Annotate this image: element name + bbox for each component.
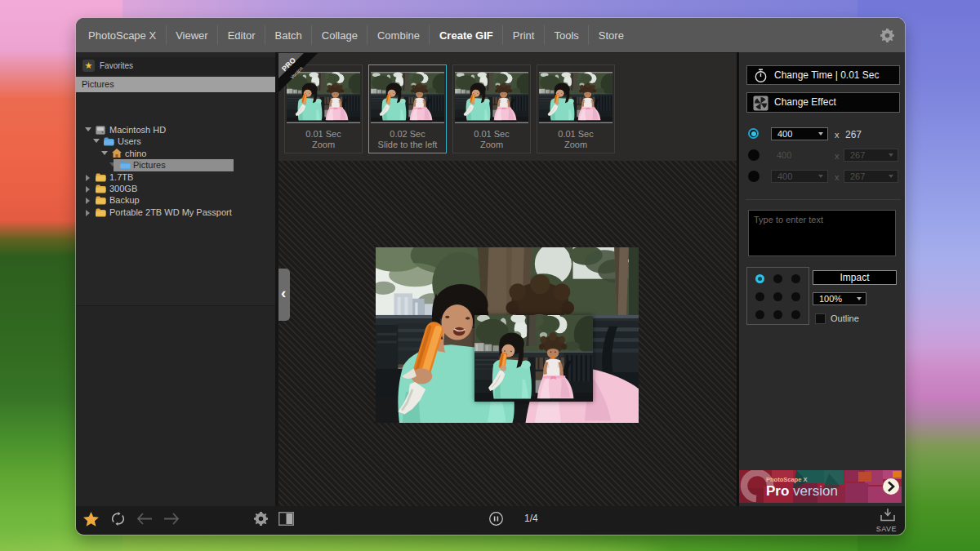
svg-text:Pro version: Pro version: [766, 483, 838, 499]
svg-text:PhotoScape X: PhotoScape X: [766, 476, 807, 483]
